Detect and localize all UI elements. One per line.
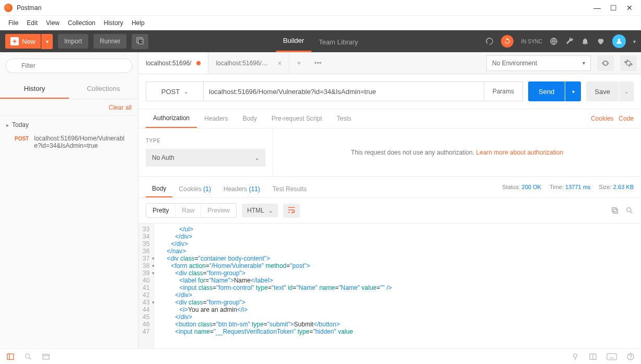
wrap-lines-button[interactable] [283, 204, 300, 218]
auth-learn-more-link[interactable]: Learn more about authorization [476, 149, 563, 156]
svg-rect-6 [612, 208, 616, 212]
sidebar-tab-collections[interactable]: Collections [69, 79, 138, 99]
tab-options-button[interactable]: ••• [308, 52, 327, 74]
svg-rect-5 [613, 209, 617, 213]
toolbar: +New ▾ Import Runner + BuilderTeam Libra… [0, 30, 641, 52]
sidebar: ⌕ HistoryCollections Clear all ▸TodayPOS… [0, 52, 138, 348]
two-pane-icon[interactable] [589, 353, 597, 361]
add-tab-button[interactable]: + [289, 52, 308, 74]
bell-icon[interactable] [581, 37, 589, 45]
window-title: Postman [17, 4, 41, 11]
menu-file[interactable]: File [4, 17, 22, 29]
new-button[interactable]: +New [5, 34, 41, 49]
send-dropdown[interactable]: ▾ [565, 81, 581, 101]
request-tab[interactable]: localhost:51696/Home× [208, 52, 289, 74]
view-preview[interactable]: Preview [201, 204, 236, 217]
auth-panel: TYPE No Auth ⌄ This request does not use… [138, 128, 641, 177]
filter-input[interactable] [5, 58, 133, 73]
new-dropdown[interactable]: ▾ [41, 34, 53, 49]
satellite-icon[interactable] [485, 37, 494, 45]
sidebar-toggle-icon[interactable] [6, 353, 15, 361]
method-select[interactable]: POST ⌄ [146, 81, 203, 101]
close-tab-icon[interactable]: × [277, 59, 282, 67]
save-button[interactable]: Save [586, 81, 619, 101]
resptab-body[interactable]: Body [146, 181, 172, 197]
avatar-dropdown-icon[interactable]: ▾ [633, 39, 636, 44]
resptab-headers[interactable]: Headers (11) [217, 181, 266, 197]
menu-collection[interactable]: Collection [64, 17, 100, 29]
caret-icon: ▸ [6, 122, 9, 128]
save-dropdown[interactable]: ⌄ [619, 81, 634, 101]
svg-line-12 [29, 358, 31, 359]
bulb-icon[interactable] [571, 353, 579, 361]
resptab-test-results[interactable]: Test Results [266, 181, 313, 197]
titlebar: Postman — ☐ ✕ [0, 0, 641, 16]
tab-builder[interactable]: Builder [276, 30, 311, 52]
chevron-down-icon: ▾ [582, 60, 585, 66]
history-item[interactable]: POSTlocalhost:51696/Home/Vulnerable?id=3… [0, 132, 138, 152]
menu-edit[interactable]: Edit [22, 17, 42, 29]
menu-help[interactable]: Help [127, 17, 149, 29]
history-method: POST [15, 135, 29, 149]
menu-view[interactable]: View [42, 17, 64, 29]
sidebar-tab-history[interactable]: History [0, 79, 69, 99]
format-select[interactable]: HTML ⌄ [242, 204, 278, 217]
reqtab-headers[interactable]: Headers [197, 110, 235, 127]
environment-label: No Environment [492, 60, 537, 67]
reqtab-body[interactable]: Body [235, 110, 264, 127]
tab-team-library[interactable]: Team Library [311, 32, 365, 52]
link-code[interactable]: Code [619, 115, 634, 122]
import-button[interactable]: Import [58, 34, 88, 49]
resptab-cookies[interactable]: Cookies (1) [172, 181, 217, 197]
send-button[interactable]: Send [528, 81, 565, 101]
menubar: FileEditViewCollectionHistoryHelp [0, 16, 641, 30]
response-tabs: BodyCookies (1)Headers (11)Test ResultsS… [138, 177, 641, 198]
sync-icon[interactable] [501, 35, 514, 48]
code-gutter: 333435363738394041424344454647 [138, 224, 154, 348]
postman-logo-icon [4, 4, 13, 12]
params-button[interactable]: Params [484, 81, 523, 101]
find-icon[interactable] [24, 353, 32, 361]
dirty-dot-icon [196, 61, 201, 65]
clear-all-link[interactable]: Clear all [109, 104, 132, 111]
reqtab-tests[interactable]: Tests [329, 110, 358, 127]
console-icon[interactable] [42, 353, 50, 361]
environment-select[interactable]: No Environment ▾ [486, 55, 591, 71]
url-input[interactable] [203, 81, 484, 101]
history-url: localhost:51696/Home/Vulnerable?id=34&Is… [34, 135, 131, 149]
view-raw[interactable]: Raw [175, 204, 201, 217]
help-icon[interactable] [626, 353, 635, 361]
avatar[interactable] [612, 34, 626, 48]
svg-rect-9 [7, 354, 14, 359]
search-response-icon[interactable] [625, 206, 634, 215]
response-body[interactable]: 333435363738394041424344454647 </ul></di… [138, 223, 641, 348]
close-icon[interactable]: ✕ [626, 4, 633, 12]
svg-point-26 [631, 358, 631, 359]
new-window-button[interactable]: + [132, 34, 148, 49]
eye-icon[interactable] [597, 55, 614, 71]
minimize-icon[interactable]: — [593, 4, 601, 12]
gear-icon[interactable] [620, 55, 637, 71]
view-pretty[interactable]: Pretty [146, 204, 175, 217]
reqtab-pre-request-script[interactable]: Pre-request Script [264, 110, 330, 127]
keyboard-icon[interactable] [607, 353, 617, 361]
history-group[interactable]: ▸Today [0, 116, 138, 132]
maximize-icon[interactable]: ☐ [610, 4, 617, 12]
copy-icon[interactable] [611, 206, 619, 215]
svg-point-4 [618, 39, 621, 41]
format-label: HTML [247, 207, 264, 214]
menu-history[interactable]: History [100, 17, 127, 29]
chevron-down-icon: ⌄ [184, 89, 188, 95]
wrench-icon[interactable] [565, 37, 574, 45]
globe-icon[interactable] [550, 37, 558, 45]
content: localhost:51696/localhost:51696/Home× + … [138, 52, 641, 348]
auth-type-select[interactable]: No Auth ⌄ [146, 149, 265, 167]
reqtab-authorization[interactable]: Authorization [146, 109, 197, 128]
tab-label: localhost:51696/ [146, 60, 191, 67]
link-cookies[interactable]: Cookies [591, 115, 613, 122]
svg-text:+: + [141, 39, 143, 44]
runner-button[interactable]: Runner [94, 34, 126, 49]
heart-icon[interactable] [597, 37, 605, 45]
request-tab[interactable]: localhost:51696/ [138, 52, 208, 74]
method-label: POST [161, 88, 180, 96]
